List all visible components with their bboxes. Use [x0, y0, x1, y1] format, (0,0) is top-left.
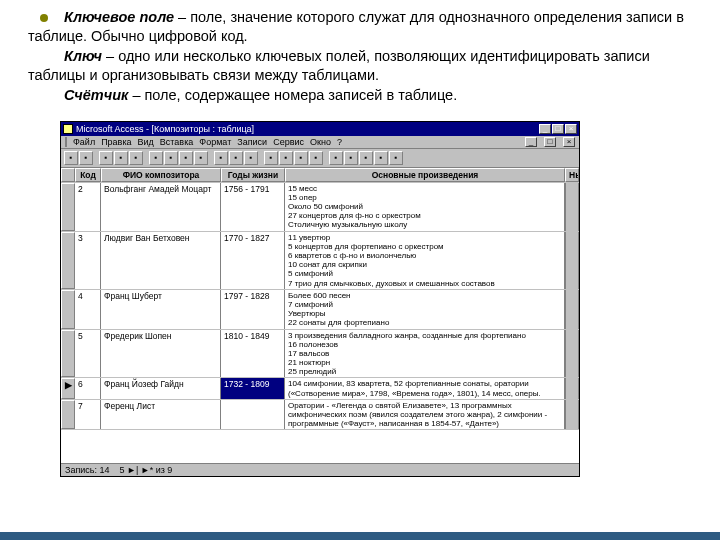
window-title: Microsoft Access - [Композиторы : таблиц…	[76, 124, 538, 134]
table-row[interactable]: 4Франц Шуберт1797 - 1828Более 600 песен …	[61, 290, 579, 330]
table-row[interactable]: ▶6Франц Йозеф Гайдн1732 - 1809104 симфон…	[61, 378, 579, 399]
cell-years[interactable]: 1756 - 1791	[221, 183, 285, 231]
rel-icon[interactable]: ▪	[374, 151, 388, 165]
menu-help[interactable]: ?	[337, 137, 342, 147]
cell-years[interactable]	[221, 400, 285, 430]
cell-works[interactable]: 11 увертюр 5 концертов для фортепиано с …	[285, 232, 565, 289]
paste-icon[interactable]: ▪	[179, 151, 193, 165]
term-key-field: Ключевое поле	[64, 9, 174, 25]
row-selector[interactable]	[61, 400, 75, 430]
cell-code[interactable]: 4	[75, 290, 101, 329]
cell-code[interactable]: 3	[75, 232, 101, 289]
grid-icon[interactable]: ▪	[64, 151, 78, 165]
mdi-max[interactable]: □	[544, 137, 556, 147]
cell-code[interactable]: 2	[75, 183, 101, 231]
scroll-gutter[interactable]	[565, 183, 579, 231]
menu-tools[interactable]: Сервис	[273, 137, 304, 147]
cell-works[interactable]: 3 произведения балладного жанра, созданн…	[285, 330, 565, 378]
help-icon[interactable]: ▪	[389, 151, 403, 165]
print-icon[interactable]: ▪	[99, 151, 113, 165]
menu-window[interactable]: Окно	[310, 137, 331, 147]
cell-years[interactable]: 1810 - 1849	[221, 330, 285, 378]
preview-icon[interactable]: ▪	[114, 151, 128, 165]
scroll-gutter[interactable]	[565, 232, 579, 289]
col-code[interactable]: Код	[75, 168, 101, 182]
scroll-gutter[interactable]	[565, 378, 579, 398]
bullet-icon	[40, 14, 48, 22]
scroll-gutter[interactable]	[565, 330, 579, 378]
table-row[interactable]: 3Людвиг Ван Бетховен1770 - 182711 увертю…	[61, 232, 579, 290]
cell-name[interactable]: Фредерик Шопен	[101, 330, 221, 378]
goto-icon[interactable]: ▪	[309, 151, 323, 165]
mdi-min[interactable]: _	[525, 137, 537, 147]
cell-name[interactable]: Ференц Лист	[101, 400, 221, 430]
grid-header: Код ФИО композитора Годы жизни Основные …	[61, 168, 579, 183]
cell-code[interactable]: 6	[75, 378, 101, 398]
find-icon[interactable]: ▪	[294, 151, 308, 165]
sort-asc-icon[interactable]: ▪	[229, 151, 243, 165]
menu-insert[interactable]: Вставка	[160, 137, 193, 147]
menu-records[interactable]: Записи	[237, 137, 267, 147]
cell-name[interactable]: Франц Шуберт	[101, 290, 221, 329]
link-icon[interactable]: ▪	[214, 151, 228, 165]
save-icon[interactable]: ▪	[79, 151, 93, 165]
menu-bar: Файл Правка Вид Вставка Формат Записи Се…	[61, 136, 579, 149]
scroll-gutter[interactable]	[565, 290, 579, 329]
grid-body: 2Вольфганг Амадей Моцарт1756 - 179115 ме…	[61, 183, 579, 463]
menu-view[interactable]: Вид	[138, 137, 154, 147]
copy-icon[interactable]: ▪	[164, 151, 178, 165]
cell-years[interactable]: 1770 - 1827	[221, 232, 285, 289]
filter-form-icon[interactable]: ▪	[279, 151, 293, 165]
maximize-button[interactable]: □	[552, 124, 564, 134]
row-selector[interactable]	[61, 290, 75, 329]
menu-format[interactable]: Формат	[199, 137, 231, 147]
filter-icon[interactable]: ▪	[264, 151, 278, 165]
close-button[interactable]: ×	[565, 124, 577, 134]
menu-file[interactable]: Файл	[73, 137, 95, 147]
toolbar: ▪▪▪▪▪▪▪▪▪▪▪▪▪▪▪▪▪▪▪▪▪	[61, 149, 579, 168]
table-row[interactable]: 2Вольфганг Амадей Моцарт1756 - 179115 ме…	[61, 183, 579, 232]
scroll-gutter[interactable]	[565, 400, 579, 430]
row-selector[interactable]	[61, 232, 75, 289]
cell-name[interactable]: Людвиг Ван Бетховен	[101, 232, 221, 289]
new-icon[interactable]: ▪	[329, 151, 343, 165]
cell-works[interactable]: 15 месс 15 опер Около 50 симфоний 27 кон…	[285, 183, 565, 231]
def-counter: – поле, содержащее номера записей в табл…	[128, 87, 457, 103]
col-works[interactable]: Основные произведения	[285, 168, 565, 182]
cell-works[interactable]: 104 симфонии, 83 квартета, 52 фортепианн…	[285, 378, 565, 398]
term-counter: Счётчик	[64, 87, 128, 103]
sort-desc-icon[interactable]: ▪	[244, 151, 258, 165]
col-years[interactable]: Годы жизни	[221, 168, 285, 182]
table-row[interactable]: 7Ференц ЛистОратории - «Легенда о святой…	[61, 400, 579, 431]
cell-code[interactable]: 7	[75, 400, 101, 430]
menu-edit[interactable]: Правка	[101, 137, 131, 147]
cell-years[interactable]: 1732 - 1809	[221, 378, 285, 398]
cell-years[interactable]: 1797 - 1828	[221, 290, 285, 329]
access-window: Microsoft Access - [Композиторы : таблиц…	[60, 121, 580, 477]
row-selector[interactable]: ▶	[61, 378, 75, 398]
cell-code[interactable]: 5	[75, 330, 101, 378]
row-selector[interactable]	[61, 183, 75, 231]
col-tail: Нь	[565, 168, 579, 182]
undo-icon[interactable]: ▪	[194, 151, 208, 165]
app-icon	[63, 124, 73, 134]
cell-name[interactable]: Франц Йозеф Гайдн	[101, 378, 221, 398]
cut-icon[interactable]: ▪	[149, 151, 163, 165]
slide-accent	[0, 532, 720, 540]
db-icon[interactable]: ▪	[359, 151, 373, 165]
title-bar[interactable]: Microsoft Access - [Композиторы : таблиц…	[61, 122, 579, 136]
delete-icon[interactable]: ▪	[344, 151, 358, 165]
cell-works[interactable]: Оратории - «Легенда о святой Елизавете»,…	[285, 400, 565, 430]
spell-icon[interactable]: ▪	[129, 151, 143, 165]
cell-works[interactable]: Более 600 песен 7 симфоний Увертюры 22 с…	[285, 290, 565, 329]
definitions-text: Ключевое поле – поле, значение которого …	[0, 0, 720, 113]
row-selector[interactable]	[61, 330, 75, 378]
record-nav[interactable]: 5 ►| ►* из 9	[120, 465, 173, 475]
row-selector-header[interactable]	[61, 168, 75, 182]
col-name[interactable]: ФИО композитора	[101, 168, 221, 182]
mdi-close[interactable]: ×	[563, 137, 575, 147]
status-bar: Запись: 14 5 ►| ►* из 9	[61, 463, 579, 476]
table-row[interactable]: 5Фредерик Шопен1810 - 18493 произведения…	[61, 330, 579, 379]
cell-name[interactable]: Вольфганг Амадей Моцарт	[101, 183, 221, 231]
minimize-button[interactable]: _	[539, 124, 551, 134]
